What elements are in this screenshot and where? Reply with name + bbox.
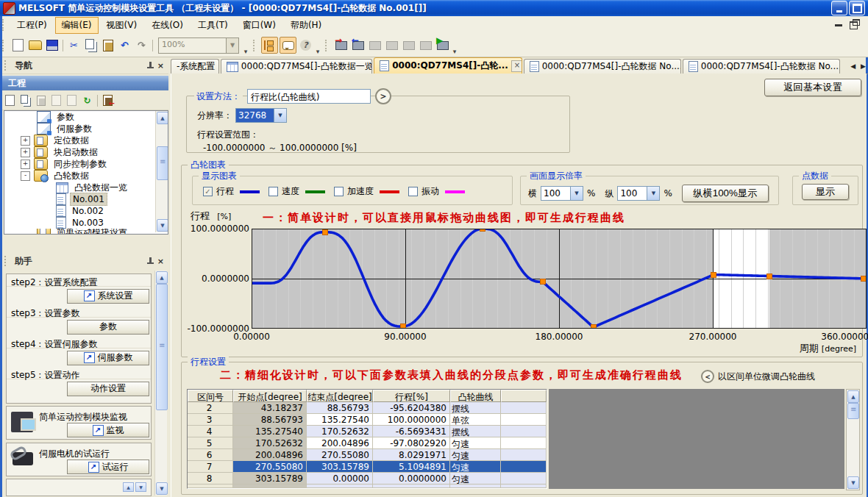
assistant-button[interactable]: 参数 (67, 320, 149, 335)
close-icon[interactable]: × (157, 62, 164, 70)
cell[interactable]: 200.04896 (233, 449, 307, 461)
tab-item[interactable]: 0000:QD77MS4[]-凸轮数据一览 (221, 59, 372, 74)
dropdown-icon[interactable]: ▼ (570, 187, 583, 200)
cell[interactable]: 100.0000000 (373, 414, 450, 426)
cell[interactable]: 303.15789 (307, 461, 373, 473)
dropdown-icon[interactable]: ▼ (274, 109, 286, 122)
minimize-button[interactable] (831, 1, 847, 15)
scroll-up-button[interactable]: ▲ (157, 112, 168, 124)
cell[interactable] (501, 461, 547, 473)
curve-control-point[interactable] (323, 229, 328, 235)
assistant-window-toggle-button[interactable] (280, 37, 296, 54)
toolbar-overflow-icon[interactable]: ▾ (242, 48, 249, 55)
curve-control-point[interactable] (541, 279, 546, 285)
cell[interactable]: 200.04896 (307, 437, 373, 449)
cell[interactable]: 摆线 (450, 402, 501, 414)
expand-icon[interactable]: + (21, 148, 30, 157)
copy-button[interactable] (83, 37, 99, 53)
vertical-scale-combobox[interactable]: 100 ▼ (617, 186, 660, 201)
curve-control-point[interactable] (861, 276, 867, 282)
expand-icon[interactable]: + (21, 160, 30, 169)
horizontal-scale-combobox[interactable]: 100 ▼ (541, 186, 583, 201)
nav-refresh-button[interactable]: ↻ (80, 94, 94, 107)
mini-scroll-up-icon[interactable]: ▲ (123, 482, 134, 492)
zoom-combobox[interactable]: 100% ▼ (158, 37, 239, 54)
curve-control-point[interactable] (711, 272, 716, 277)
monitor-mode-button[interactable]: ▶ (435, 37, 450, 53)
cell[interactable] (501, 426, 547, 437)
verify-button-1[interactable] (367, 37, 383, 53)
menu-item[interactable]: 在线(O) (145, 17, 190, 34)
verify-button-3[interactable] (401, 37, 416, 53)
cell[interactable]: 135.27540 (307, 414, 373, 426)
tab-active[interactable]: 0000:QD77MS4[]-凸轮...× (374, 57, 522, 74)
fine-tune-prev-button[interactable]: ＜ (701, 370, 714, 383)
cell[interactable] (501, 437, 547, 449)
table-row[interactable]: 6200.04896270.550808.0291971匀速 (188, 449, 547, 461)
cam-curve-plot[interactable] (252, 229, 867, 329)
write-to-module-button[interactable]: → (333, 37, 349, 53)
cell[interactable] (501, 449, 547, 461)
tab-item[interactable]: -系统配置 (171, 59, 219, 74)
cell[interactable]: 匀速 (450, 437, 501, 449)
verify-button-4[interactable] (418, 37, 433, 53)
scroll-up-button[interactable]: ▲ (156, 271, 168, 284)
cell[interactable]: -97.0802920 (373, 437, 450, 449)
mdi-minimize-icon[interactable] (835, 24, 842, 26)
tab-scroll-left-button[interactable]: ◀ (848, 61, 858, 71)
full-scale-display-button[interactable]: 纵横100%显示 (682, 185, 769, 202)
save-project-button[interactable] (44, 37, 60, 53)
resolution-combobox[interactable]: 32768 ▼ (235, 108, 287, 123)
cell[interactable]: 匀速 (450, 449, 501, 461)
tab-item[interactable]: 0000:QD77MS4[]-凸轮数据 No.... (683, 59, 840, 74)
return-basic-settings-button[interactable]: 返回基本设置 (764, 79, 861, 96)
cell[interactable] (501, 402, 547, 414)
expand-icon[interactable]: + (21, 136, 30, 146)
cell[interactable] (501, 414, 547, 426)
nav-paste-button[interactable] (34, 94, 48, 107)
cell[interactable]: 170.52632 (307, 426, 373, 437)
mdi-restore-icon[interactable] (850, 21, 858, 29)
nav-copy-button[interactable] (18, 94, 32, 107)
tab-scroll-right-button[interactable]: ▶ (858, 61, 868, 71)
menu-item[interactable]: 帮助(H) (284, 17, 328, 34)
cell[interactable]: 匀速 (450, 473, 501, 485)
read-from-module-button[interactable]: ← (350, 37, 366, 53)
verify-button-2[interactable] (384, 37, 399, 53)
cell[interactable]: 270.55080 (233, 461, 307, 473)
tree-item[interactable]: No.003 (4, 217, 168, 229)
scroll-down-button[interactable]: ▼ (847, 476, 859, 489)
table-row[interactable]: 5170.52632200.04896-97.0802920匀速 (188, 437, 547, 449)
assistant-button[interactable]: ↗试运行 (67, 460, 149, 474)
cell[interactable]: 0.00000 (307, 473, 373, 485)
scroll-down-button[interactable]: ▼ (157, 219, 168, 232)
scroll-up-button[interactable]: ▲ (847, 390, 859, 403)
assistant-button[interactable]: ↗监视 (67, 423, 149, 437)
assistant-button[interactable]: 动作设置 (67, 382, 149, 396)
table-row[interactable]: 7270.55080303.157895.1094891匀速 (188, 461, 547, 473)
zoom-dropdown-icon[interactable]: ▼ (226, 38, 238, 53)
scroll-down-button[interactable]: ▼ (156, 482, 168, 495)
collapse-icon[interactable]: - (21, 171, 30, 181)
assistant-scrollbar[interactable]: ▲ ▼ (154, 271, 167, 496)
cell[interactable]: 摆线 (450, 426, 501, 437)
tree-item[interactable]: No.002 (4, 205, 168, 217)
cut-button[interactable]: ✂ (66, 37, 82, 53)
cell[interactable] (501, 473, 547, 485)
close-icon[interactable]: × (157, 257, 164, 265)
cell[interactable]: 8.0291971 (373, 449, 450, 461)
table-row[interactable]: 4135.27540170.52632-6.5693431摆线 (188, 426, 547, 437)
nav-data-copy-button[interactable] (49, 94, 63, 107)
checkbox-unchecked[interactable] (268, 187, 278, 196)
pin-icon[interactable] (146, 257, 154, 265)
table-row[interactable]: 243.1823788.56793-95.6204380摆线 (188, 402, 547, 414)
cell[interactable]: 303.15789 (233, 473, 307, 485)
point-data-display-button[interactable]: 显示 (802, 184, 849, 200)
tab-close-icon[interactable]: × (511, 60, 522, 72)
navigation-window-toggle-button[interactable] (261, 37, 278, 54)
redo-button[interactable]: ↷ (134, 37, 149, 53)
paste-button[interactable] (100, 37, 115, 53)
tree-scrollbar[interactable]: ▲ ▼ (155, 111, 168, 232)
nav-data-info-button[interactable] (65, 94, 79, 107)
assistant-button[interactable]: ↗伺服参数 (67, 351, 149, 365)
